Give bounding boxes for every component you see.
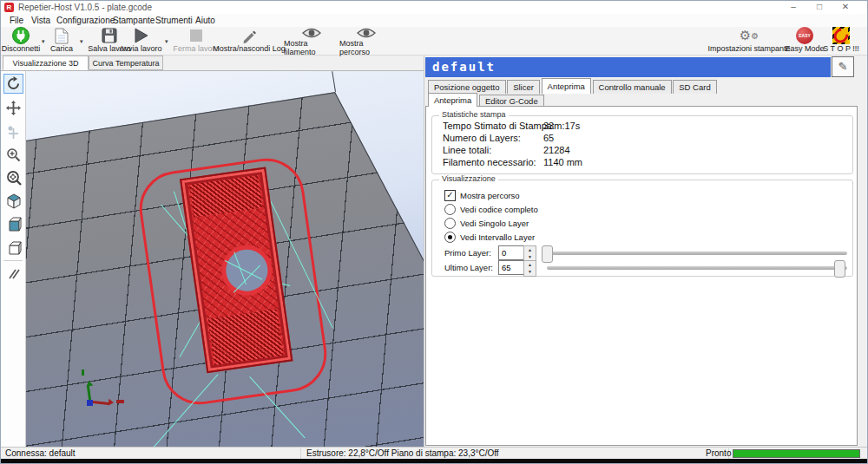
stat-label: Tempo Stimato di Stampa: — [443, 121, 555, 131]
subtab-editor-gcode[interactable]: Editor G-Code — [479, 95, 544, 107]
printer-name: default — [425, 60, 496, 74]
easy-mode-icon: EASY — [796, 27, 813, 44]
rotate-view-button[interactable] — [3, 74, 23, 94]
load-button[interactable]: Carica — [46, 27, 77, 54]
first-layer-label: Primo Layer: — [444, 248, 491, 258]
radio-single-layer[interactable] — [444, 218, 456, 229]
gcode-object[interactable] — [133, 152, 333, 411]
progress-bar — [733, 449, 860, 458]
tab-slicer[interactable]: Slicer — [507, 80, 540, 94]
show-travel-label: Mostra percorso — [339, 39, 393, 56]
stop-square-icon — [189, 27, 203, 44]
zoom-in-button[interactable] — [3, 145, 23, 165]
show-travel-checkbox[interactable]: ✓ — [444, 190, 456, 201]
disconnect-button[interactable]: Disconnetti — [1, 27, 41, 54]
close-button[interactable]: ✕ — [835, 1, 856, 13]
stat-value: 65 — [543, 133, 554, 143]
disconnect-dropdown-icon[interactable]: ▾ — [42, 38, 45, 45]
view-3d-panel — [1, 70, 424, 447]
stat-value: 1140 mm — [543, 157, 582, 167]
statusbar-divider — [300, 448, 301, 459]
start-job-button[interactable]: Avvia lavoro — [115, 27, 166, 54]
load-dropdown-icon[interactable]: ▾ — [80, 38, 83, 45]
title-bar: R Repetier-Host V1.0.5 - plate.gcode – □… — [1, 1, 868, 14]
load-label: Carica — [50, 44, 73, 53]
stat-value: 33m:17s — [543, 121, 580, 131]
menu-file[interactable]: File — [10, 16, 23, 25]
menu-aiuto[interactable]: Aiuto — [195, 16, 215, 25]
bottom-strip — [1, 459, 868, 464]
menu-stampante[interactable]: Stampante — [113, 16, 155, 25]
magnifier-plus-icon — [6, 147, 21, 162]
show-travel-button[interactable]: Mostra percorso — [339, 27, 393, 54]
first-layer-input[interactable]: 0 — [498, 245, 525, 260]
last-layer-input[interactable]: 65 — [498, 260, 525, 275]
right-panel: default ✎ Posizione oggetto Slicer Antep… — [424, 56, 868, 447]
last-layer-spinner[interactable]: ▲▼ — [523, 260, 536, 277]
printer-settings-label: Impostazioni stampante — [707, 44, 790, 53]
scene-3d[interactable] — [26, 71, 424, 447]
last-layer-slider-thumb[interactable] — [834, 260, 845, 278]
show-travel-checkbox-label[interactable]: Mostra percorso — [460, 191, 520, 200]
tab-anteprima[interactable]: Anteprima — [542, 78, 591, 94]
view-toolstrip — [1, 71, 26, 447]
cube-iso-icon — [6, 193, 22, 209]
move-view-button[interactable] — [3, 98, 23, 118]
tab-sd-card[interactable]: SD Card — [673, 80, 716, 94]
visualization-group: Visualizzazione ✓ Mostra percorso Vedi c… — [431, 180, 853, 277]
menu-strumenti[interactable]: Strumenti — [155, 16, 193, 25]
stat-value: 21284 — [543, 145, 570, 155]
radio-single-layer-label[interactable]: Vedi Singolo Layer — [460, 219, 529, 228]
x-axis-tick — [116, 400, 124, 403]
isometric-view-button[interactable] — [3, 191, 23, 211]
tab-visualizzazione-3d[interactable]: Visualizzazione 3D — [3, 56, 89, 70]
main-tabs: Posizione oggetto Slicer Anteprima Contr… — [428, 78, 716, 93]
radio-full-code[interactable] — [444, 204, 456, 215]
magnifier-fit-icon — [6, 170, 22, 186]
first-layer-slider[interactable] — [542, 252, 847, 255]
status-bar: Connessa: default Estrusore: 22,8°C/Off … — [1, 447, 868, 459]
play-icon — [132, 27, 149, 44]
print-stats-group: Statistiche stampa Tempo Stimato di Stam… — [431, 115, 853, 174]
last-layer-slider[interactable] — [547, 266, 847, 270]
move-object-button[interactable] — [3, 122, 23, 142]
last-layer-label: Ultimo Layer: — [444, 263, 493, 272]
printer-name-header: default — [425, 57, 831, 77]
top-view-button[interactable] — [3, 238, 23, 258]
emergency-stop-label: S T O P !!! — [823, 44, 859, 53]
emergency-stop-button[interactable]: S T O P !!! — [819, 27, 864, 54]
show-filament-button[interactable]: Mostra filamento — [284, 27, 339, 54]
pencil-icon: ✎ — [838, 60, 848, 73]
front-view-button[interactable] — [3, 214, 23, 234]
plug-icon — [12, 27, 30, 44]
menu-vista[interactable]: Vista — [31, 16, 50, 25]
eye-icon — [302, 27, 321, 39]
parallel-lines-icon — [7, 267, 21, 281]
tab-controllo-manuale[interactable]: Controllo manuale — [593, 80, 672, 94]
menu-configurazione[interactable]: Configurazione — [56, 16, 115, 25]
tab-curva-temperatura[interactable]: Curva Temperatura — [89, 56, 163, 70]
visualization-legend: Visualizzazione — [439, 174, 498, 183]
parallel-projection-button[interactable] — [3, 264, 23, 284]
maximize-button[interactable]: □ — [809, 1, 830, 13]
start-job-label: Avvia lavoro — [120, 44, 162, 53]
window-title: Repetier-Host V1.0.5 - plate.gcode — [18, 3, 152, 12]
repetier-host-window: R Repetier-Host V1.0.5 - plate.gcode – □… — [0, 0, 868, 464]
app-icon: R — [4, 3, 14, 12]
minimize-button[interactable]: – — [783, 1, 804, 13]
stat-label: Filamento necessario: — [443, 157, 536, 167]
toggle-log-button[interactable]: Mostra/nascondi Log — [213, 27, 286, 54]
eye-icon — [357, 27, 376, 39]
fit-view-button[interactable] — [3, 167, 23, 187]
radio-layer-range-label[interactable]: Vedi Intervallo Layer — [460, 232, 535, 242]
radio-layer-range[interactable] — [444, 232, 456, 243]
edit-printer-button[interactable]: ✎ — [832, 56, 854, 77]
y-axis-tick — [82, 369, 84, 376]
first-layer-slider-thumb[interactable] — [542, 245, 553, 263]
tab-posizione-oggetto[interactable]: Posizione oggetto — [428, 80, 506, 94]
show-filament-label: Mostra filamento — [284, 39, 339, 56]
temperature-status: Estrusore: 22,8°C/Off Piano di stampa: 2… — [306, 448, 499, 458]
radio-full-code-label[interactable]: Vedi codice completo — [460, 205, 538, 214]
subtab-anteprima[interactable]: Anteprima — [428, 93, 477, 107]
start-dropdown-icon[interactable]: ▾ — [165, 38, 168, 45]
